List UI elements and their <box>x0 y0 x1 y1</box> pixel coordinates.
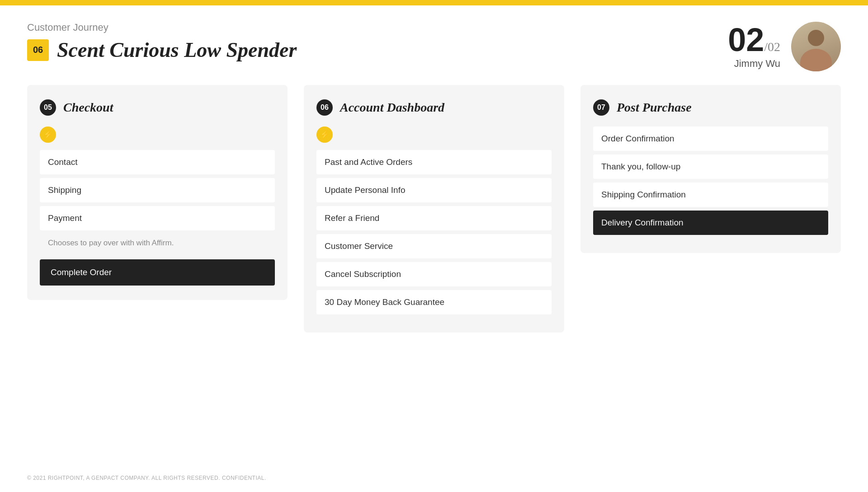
list-item[interactable]: Shipping <box>40 178 275 202</box>
list-item[interactable]: Contact <box>40 150 275 174</box>
card-header-account-dashboard: 06Account Dashboard <box>316 99 552 116</box>
step-badge: 06 <box>27 39 49 61</box>
list-item: Chooses to pay over with with Affirm. <box>40 234 275 252</box>
slide-num-main: 02 <box>728 22 764 58</box>
main-content: 05Checkout⚡ContactShippingPaymentChooses… <box>0 80 868 351</box>
avatar <box>791 22 841 71</box>
card-items-account-dashboard: Past and Active OrdersUpdate Personal In… <box>316 150 552 318</box>
top-bar <box>0 0 868 5</box>
card-title-post-purchase: Post Purchase <box>617 100 692 115</box>
header-right: 02/02 Jimmy Wu <box>728 22 841 71</box>
list-item[interactable]: 30 Day Money Back Guarantee <box>316 290 552 314</box>
slide-name: Jimmy Wu <box>728 58 780 70</box>
list-item[interactable]: Thank you, follow-up <box>593 155 828 179</box>
header-left: Customer Journey 06 Scent Curious Low Sp… <box>27 22 297 62</box>
header: Customer Journey 06 Scent Curious Low Sp… <box>0 5 868 80</box>
card-post-purchase: 07Post PurchaseOrder ConfirmationThank y… <box>580 85 841 253</box>
card-items-post-purchase: Order ConfirmationThank you, follow-upSh… <box>593 127 828 239</box>
slide-num-total: /02 <box>764 40 780 54</box>
page-subtitle: Customer Journey <box>27 22 297 33</box>
page-title: Scent Curious Low Spender <box>57 38 297 62</box>
card-header-checkout: 05Checkout <box>40 99 275 116</box>
card-account-dashboard: 06Account Dashboard⚡Past and Active Orde… <box>304 85 564 333</box>
lightning-icon: ⚡ <box>316 127 333 143</box>
list-item[interactable]: Order Confirmation <box>593 127 828 151</box>
list-item[interactable]: Shipping Confirmation <box>593 183 828 207</box>
list-item[interactable]: Customer Service <box>316 234 552 258</box>
card-checkout: 05Checkout⚡ContactShippingPaymentChooses… <box>27 85 288 300</box>
card-step-badge-post-purchase: 07 <box>593 99 609 116</box>
list-item[interactable]: Past and Active Orders <box>316 150 552 174</box>
list-item[interactable]: Cancel Subscription <box>316 262 552 286</box>
list-item[interactable]: Delivery Confirmation <box>593 211 828 235</box>
list-item[interactable]: Payment <box>40 206 275 230</box>
footer-text: © 2021 RIGHTPOINT, A GENPACT COMPANY. AL… <box>27 475 266 481</box>
slide-number: 02/02 Jimmy Wu <box>728 23 780 70</box>
card-header-post-purchase: 07Post Purchase <box>593 99 828 116</box>
complete-order-button[interactable]: Complete Order <box>40 259 275 286</box>
card-step-badge-checkout: 05 <box>40 99 56 116</box>
lightning-icon: ⚡ <box>40 127 56 143</box>
list-item[interactable]: Update Personal Info <box>316 178 552 202</box>
card-title-account-dashboard: Account Dashboard <box>340 100 444 115</box>
footer: © 2021 RIGHTPOINT, A GENPACT COMPANY. AL… <box>27 475 266 481</box>
card-title-checkout: Checkout <box>63 100 113 115</box>
card-step-badge-account-dashboard: 06 <box>316 99 333 116</box>
list-item[interactable]: Refer a Friend <box>316 206 552 230</box>
card-items-checkout: ContactShippingPaymentChooses to pay ove… <box>40 150 275 256</box>
